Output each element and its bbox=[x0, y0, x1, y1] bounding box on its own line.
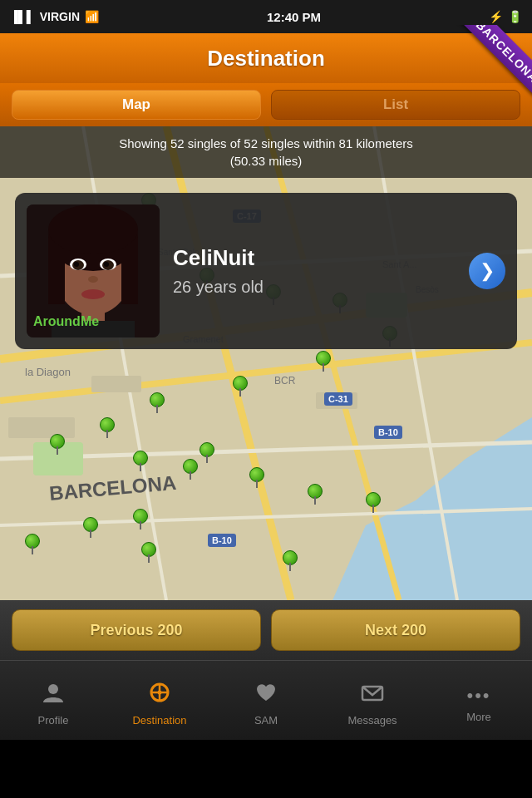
map-pin[interactable] bbox=[316, 351, 331, 366]
page-title: Destination bbox=[207, 46, 325, 71]
profile-popup[interactable]: AroundMe CeliNuit 26 years old ❯ bbox=[15, 193, 517, 349]
svg-point-35 bbox=[88, 276, 98, 283]
map-pin[interactable] bbox=[133, 451, 148, 466]
tab-messages[interactable]: Messages bbox=[319, 661, 426, 740]
map-pin[interactable] bbox=[83, 517, 98, 532]
map-pin[interactable] bbox=[183, 459, 198, 474]
svg-point-34 bbox=[104, 262, 109, 267]
map-pin[interactable] bbox=[25, 534, 40, 549]
messages-tab-label: Messages bbox=[347, 714, 397, 727]
more-tab-icon: ••• bbox=[466, 685, 490, 707]
city-ribbon-label: BARCELONA bbox=[458, 25, 532, 101]
road-label-b10-top: B-10 bbox=[374, 426, 402, 439]
destination-tab-icon bbox=[148, 681, 171, 710]
previous-button[interactable]: Previous 200 bbox=[12, 609, 261, 651]
road-label-c31: C-31 bbox=[324, 392, 352, 406]
status-right: ⚡ 🔋 bbox=[489, 10, 522, 23]
svg-rect-26 bbox=[48, 238, 65, 304]
map-pin[interactable] bbox=[100, 417, 115, 432]
miles-text: (50.33 miles) bbox=[230, 154, 303, 168]
signal-bars-icon: ▐▌▌ bbox=[10, 10, 35, 23]
header: Destination BARCELONA bbox=[0, 33, 532, 83]
tab-more[interactable]: ••• More bbox=[426, 661, 532, 740]
svg-text:la Diagon: la Diagon bbox=[25, 366, 71, 378]
profile-tab-icon bbox=[42, 681, 65, 710]
info-bar: Showing 52 singles of 52 singles within … bbox=[0, 126, 532, 178]
tab-bar: Profile Destination SAM Messages ••• Mor… bbox=[0, 660, 532, 740]
profile-photo: AroundMe bbox=[27, 204, 160, 337]
map-pin[interactable] bbox=[150, 392, 165, 407]
profile-info: CeliNuit 26 years old bbox=[173, 245, 456, 297]
carrier-name: VIRGIN bbox=[40, 10, 80, 23]
singles-count-text: Showing 52 singles of 52 singles within … bbox=[119, 136, 413, 150]
battery-icon: 🔋 bbox=[508, 10, 522, 23]
svg-point-43 bbox=[158, 691, 162, 695]
map-area[interactable]: BARCELONA la Diagon BCR Gramenet Sant A.… bbox=[0, 126, 532, 600]
map-pin[interactable] bbox=[233, 376, 248, 391]
svg-point-33 bbox=[74, 262, 79, 267]
nav-buttons: Previous 200 Next 200 bbox=[0, 600, 532, 660]
map-pin[interactable] bbox=[366, 492, 381, 507]
city-ribbon: BARCELONA bbox=[449, 25, 532, 116]
watermark-label: AroundMe bbox=[33, 314, 99, 329]
profile-tab-label: Profile bbox=[38, 714, 69, 727]
status-time: 12:40 PM bbox=[267, 10, 321, 24]
svg-rect-14 bbox=[91, 376, 141, 392]
more-tab-label: More bbox=[466, 711, 491, 723]
map-pin[interactable] bbox=[308, 484, 323, 499]
svg-rect-13 bbox=[8, 417, 75, 438]
map-pin[interactable] bbox=[249, 467, 264, 482]
sam-tab-icon bbox=[254, 681, 278, 710]
map-pin[interactable] bbox=[133, 509, 148, 524]
profile-age: 26 years old bbox=[173, 278, 456, 297]
tab-destination[interactable]: Destination bbox=[106, 661, 213, 740]
svg-point-39 bbox=[48, 684, 58, 694]
road-label-b10-bottom: B-10 bbox=[208, 534, 236, 547]
svg-rect-27 bbox=[121, 238, 138, 304]
wifi-icon: 📶 bbox=[85, 10, 99, 23]
map-pin[interactable] bbox=[141, 542, 156, 557]
map-tab[interactable]: Map bbox=[12, 90, 261, 120]
sam-tab-label: SAM bbox=[254, 714, 278, 727]
svg-point-28 bbox=[48, 204, 138, 254]
tab-sam[interactable]: SAM bbox=[213, 661, 319, 740]
profile-detail-button[interactable]: ❯ bbox=[469, 253, 505, 289]
map-pin[interactable] bbox=[283, 550, 298, 565]
tab-profile[interactable]: Profile bbox=[0, 661, 106, 740]
svg-text:BCR: BCR bbox=[274, 375, 296, 387]
next-button[interactable]: Next 200 bbox=[271, 609, 520, 651]
profile-name: CeliNuit bbox=[173, 245, 456, 271]
messages-tab-icon bbox=[361, 681, 384, 710]
status-left: ▐▌▌ VIRGIN 📶 bbox=[10, 10, 99, 23]
bluetooth-icon: ⚡ bbox=[489, 10, 503, 23]
map-pin[interactable] bbox=[200, 442, 214, 457]
destination-tab-label: Destination bbox=[132, 714, 186, 727]
svg-point-36 bbox=[81, 289, 105, 299]
map-pin[interactable] bbox=[50, 434, 65, 449]
